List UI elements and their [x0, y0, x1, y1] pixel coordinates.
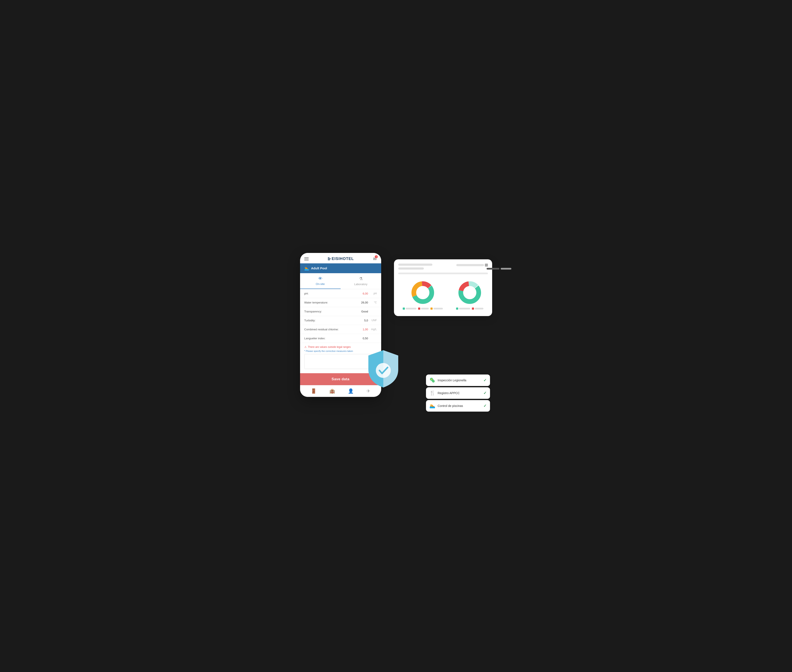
temp-label: Water temperature: — [304, 301, 355, 304]
mail-button[interactable]: ✉ 1 — [373, 256, 377, 261]
legend-dot-teal2 — [456, 307, 458, 310]
legend-dot-teal — [403, 307, 405, 310]
chart-1-legend — [403, 307, 443, 310]
ph-unit: pH — [369, 292, 377, 295]
legend-bar — [433, 308, 443, 309]
turbidity-unit: UNF — [369, 319, 377, 322]
chart-2-legend — [456, 307, 483, 310]
transparency-value: Good — [355, 310, 368, 313]
tab-laboratory-label: Laboratory — [354, 283, 367, 286]
legend-bar — [406, 308, 416, 309]
table-row: Languelier index: 0,50 — [300, 334, 381, 343]
dash-subtitle-bar — [398, 267, 424, 270]
temp-value: 26,00 — [355, 301, 368, 304]
eye-icon: 👁 — [318, 276, 322, 281]
chlorine-unit: mg/L — [369, 328, 377, 331]
dash-search-bar — [456, 264, 484, 266]
dash-sub-bars — [398, 272, 488, 274]
dashboard-card — [394, 259, 492, 316]
warning-message: ⚠ There are values outside legal ranges — [304, 346, 377, 349]
turbidity-value: 5,0 — [355, 319, 368, 322]
menu-button[interactable] — [304, 258, 309, 261]
shield-wrap — [366, 349, 400, 389]
legend-item — [403, 307, 416, 310]
appcc-icon: 🍴 — [430, 390, 435, 396]
legend-item — [418, 307, 429, 310]
logo: EISIHOTEL — [328, 256, 354, 261]
chart-2 — [456, 280, 483, 310]
dash-filter-btn — [487, 268, 499, 270]
legionella-icon: 🦠 — [430, 378, 435, 383]
logo-icon — [328, 258, 331, 260]
list-item: 🦠 Inspección Legionella ✓ — [426, 374, 490, 386]
phone-header: EISIHOTEL ✉ 1 — [300, 253, 381, 263]
chart-1 — [403, 280, 443, 310]
dash-filter-btn2 — [501, 268, 511, 270]
legend-dot-red2 — [472, 307, 474, 310]
dash-btn — [485, 264, 488, 267]
legend-item — [430, 307, 443, 310]
check-mark-3: ✓ — [483, 403, 487, 408]
legend-bar — [421, 308, 429, 309]
transparency-label: Transparency: — [304, 310, 355, 313]
ph-value: 6,00 — [355, 292, 368, 295]
check-mark-2: ✓ — [483, 391, 487, 395]
table-row: Combined residual chlorine: 1,00 mg/L — [300, 325, 381, 334]
table-row: Water temperature: 26,00 °C — [300, 298, 381, 307]
chlorine-label: Combined residual chlorine: — [304, 328, 355, 331]
tab-onsite[interactable]: 👁 On-site — [300, 273, 341, 289]
legend-item — [456, 307, 470, 310]
legend-bar — [475, 308, 483, 309]
tab-laboratory[interactable]: ⚗ Laboratory — [341, 273, 381, 289]
languelier-label: Languelier index: — [304, 337, 355, 340]
pool-name: Adult Pool — [311, 266, 327, 270]
temp-unit: °C — [369, 301, 377, 304]
table-row: Turbidity: 5,0 UNF — [300, 316, 381, 325]
tab-bar: 👁 On-site ⚗ Laboratory — [300, 273, 381, 289]
warning-icon: ⚠ — [304, 346, 307, 349]
dash-divider-bar — [398, 272, 488, 274]
dash-title-bar — [398, 264, 432, 266]
dash-header — [398, 264, 488, 270]
turbidity-label: Turbidity: — [304, 319, 355, 322]
corrective-textarea[interactable] — [304, 354, 377, 369]
piscinas-icon: 🏊 — [430, 403, 435, 409]
legionella-label: Inspección Legionella — [438, 379, 481, 382]
list-item: 🏊 Control de piscinas ✓ — [426, 400, 490, 411]
mail-badge: 1 — [375, 255, 378, 258]
list-item: 🍴 Registro APPCC ✓ — [426, 387, 490, 399]
check-mark-1: ✓ — [483, 378, 487, 382]
scene: EISIHOTEL ✉ 1 🏊 Adult Pool 👁 On-site ⚗ L… — [300, 253, 492, 419]
svg-point-8 — [376, 363, 391, 378]
nav-person-icon[interactable]: 👤 — [348, 388, 354, 394]
shield-icon — [366, 349, 400, 389]
legend-dot-red — [418, 307, 420, 310]
legend-dot-orange — [430, 307, 433, 310]
piscinas-label: Control de piscinas — [438, 404, 481, 408]
logo-text: EISIHOTEL — [332, 256, 354, 261]
corrective-label: * Please specify the corrective measures… — [304, 350, 377, 352]
donut-chart-1 — [410, 280, 436, 306]
tab-onsite-label: On-site — [316, 282, 325, 286]
legend-bar — [459, 308, 470, 309]
ph-label: pH: — [304, 292, 355, 295]
charts-area — [398, 278, 488, 312]
chlorine-value: 1,00 — [355, 328, 368, 331]
pool-icon: 🏊 — [304, 266, 309, 270]
appcc-label: Registro APPCC — [438, 391, 481, 395]
legend-item — [472, 307, 483, 310]
nav-door-icon[interactable]: 🚪 — [311, 388, 316, 394]
svg-point-3 — [416, 286, 429, 299]
pool-header: 🏊 Adult Pool — [300, 263, 381, 273]
svg-point-7 — [463, 286, 476, 299]
languelier-value: 0,50 — [355, 337, 368, 340]
nav-building-icon[interactable]: 🏨 — [329, 388, 335, 394]
donut-chart-2 — [457, 280, 483, 306]
measurements-list: pH: 6,00 pH Water temperature: 26,00 °C … — [300, 289, 381, 343]
table-row: pH: 6,00 pH — [300, 289, 381, 298]
flask-icon: ⚗ — [359, 276, 363, 281]
checklist: 🦠 Inspección Legionella ✓ 🍴 Registro APP… — [426, 374, 490, 413]
table-row: Transparency: Good — [300, 307, 381, 316]
